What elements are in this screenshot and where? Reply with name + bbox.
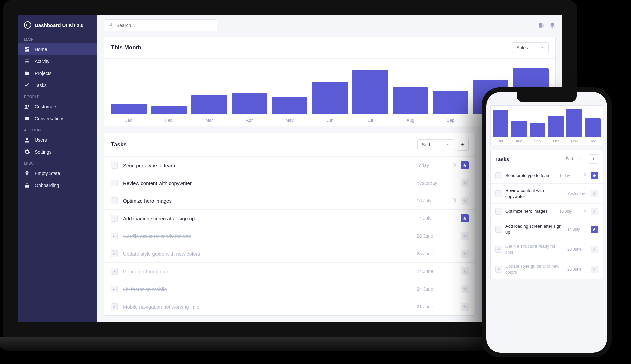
- task-checkbox[interactable]: [111, 286, 118, 292]
- task-row[interactable]: Optimize hero images 16 July: [104, 192, 475, 209]
- sidebar-item-home[interactable]: Home: [18, 43, 97, 55]
- phone-chart-bar[interactable]: [493, 110, 508, 137]
- task-row[interactable]: Send prototype to team Today: [104, 156, 475, 174]
- section-account-label: ACCOUNT: [18, 125, 97, 134]
- phone-content: Jul Aug Sep Oct Nov Dec Tasks Sort +: [486, 92, 607, 283]
- phone-add-task-button[interactable]: +: [589, 154, 598, 164]
- phone-chart-bar[interactable]: [585, 118, 601, 137]
- phone-chart-bar[interactable]: [511, 121, 527, 137]
- chart-bar[interactable]: [272, 97, 307, 114]
- task-checkbox[interactable]: [111, 233, 118, 239]
- task-checkbox[interactable]: [111, 197, 118, 204]
- attachment-icon[interactable]: [452, 198, 457, 204]
- star-button[interactable]: [591, 208, 598, 215]
- chart-bar[interactable]: [312, 82, 348, 114]
- star-button[interactable]: [591, 246, 598, 253]
- star-button[interactable]: [461, 232, 469, 240]
- task-checkbox[interactable]: [111, 268, 118, 275]
- contacts-icon[interactable]: [538, 22, 544, 29]
- sidebar-item-onboarding[interactable]: Onboarding: [18, 179, 97, 191]
- task-row[interactable]: Add loading screen after sign up 14 July: [104, 209, 475, 227]
- phone-task-row[interactable]: Update style guide with new colors 25 Ju…: [491, 259, 603, 279]
- task-checkbox[interactable]: [495, 226, 502, 233]
- phone-task-row[interactable]: Get file structure ready for cms 28 June: [491, 239, 603, 259]
- task-checkbox[interactable]: [495, 246, 502, 253]
- star-button[interactable]: [591, 266, 598, 273]
- sidebar-item-settings[interactable]: Settings: [18, 146, 97, 158]
- task-checkbox[interactable]: [111, 215, 118, 222]
- search-box[interactable]: [104, 19, 217, 31]
- sidebar-item-label: Conversations: [35, 116, 65, 121]
- phone-sort-dropdown[interactable]: Sort: [562, 155, 586, 163]
- task-row[interactable]: Fix footer on mobile 24 June: [104, 280, 475, 298]
- task-checkbox[interactable]: [495, 208, 502, 215]
- star-button[interactable]: [461, 197, 469, 205]
- phone-chart-bar[interactable]: [566, 109, 582, 137]
- chart-bar[interactable]: [232, 93, 267, 114]
- task-row[interactable]: Mobile navigation not working in ie 21 J…: [104, 298, 475, 315]
- chart-bar[interactable]: [191, 95, 227, 114]
- chart-bar[interactable]: [393, 87, 428, 114]
- tasks-sort-dropdown[interactable]: Sort: [417, 139, 454, 150]
- sidebar-item-empty-state[interactable]: Empty State: [18, 167, 97, 179]
- phone-chart-bar[interactable]: [530, 123, 545, 137]
- chart-bar-label: Jun: [327, 118, 334, 123]
- star-button[interactable]: [461, 250, 469, 258]
- star-button[interactable]: [591, 226, 598, 233]
- task-checkbox[interactable]: [495, 190, 502, 197]
- attachment-icon[interactable]: [583, 209, 587, 214]
- task-row[interactable]: Update style guide with new colors 25 Ju…: [104, 245, 475, 262]
- star-button[interactable]: [591, 190, 598, 197]
- task-row[interactable]: Review content with copywriter Yesterday: [104, 174, 475, 192]
- chart-bar[interactable]: [151, 106, 187, 114]
- star-button[interactable]: [461, 285, 469, 293]
- sidebar-item-projects[interactable]: Projects: [18, 67, 97, 79]
- task-checkbox[interactable]: [495, 172, 502, 179]
- star-button[interactable]: [461, 179, 469, 187]
- task-title: Get file structure ready for cms: [505, 243, 564, 255]
- task-actions: [452, 285, 469, 293]
- task-date: 24 June: [417, 286, 447, 292]
- phone-task-row[interactable]: Send prototype to team Today: [491, 168, 603, 183]
- phone-task-row[interactable]: Review content with copywriter Yesterday: [491, 183, 603, 203]
- phone-chart-bar-label: Aug: [516, 139, 522, 143]
- task-checkbox[interactable]: [111, 180, 118, 186]
- phone-tasks-list: Send prototype to team Today Review cont…: [491, 168, 603, 279]
- phone-chart-bar-col: Jul: [493, 110, 508, 143]
- star-button[interactable]: [461, 214, 469, 222]
- star-button[interactable]: [461, 303, 469, 311]
- phone-chart-bar[interactable]: [548, 116, 564, 137]
- sidebar-item-users[interactable]: Users: [18, 134, 97, 146]
- chart-bar[interactable]: [433, 91, 468, 114]
- attachment-icon[interactable]: [452, 163, 457, 168]
- chart-bar[interactable]: [352, 70, 388, 114]
- task-checkbox[interactable]: [111, 162, 118, 169]
- sidebar-item-customers[interactable]: Customers: [18, 101, 97, 113]
- add-task-button[interactable]: +: [457, 139, 469, 151]
- chart-bar-label: Aug: [407, 118, 414, 123]
- sidebar-item-label: Home: [35, 47, 47, 52]
- task-checkbox[interactable]: [111, 303, 118, 310]
- task-row[interactable]: Define grid for editor 24 June: [104, 262, 475, 280]
- sidebar-item-tasks[interactable]: Tasks: [18, 79, 97, 91]
- task-checkbox[interactable]: [111, 250, 118, 257]
- bell-icon[interactable]: [549, 22, 556, 29]
- star-button[interactable]: [461, 267, 469, 275]
- chart-bar-col: Mar: [191, 95, 227, 123]
- attachment-icon[interactable]: [583, 173, 587, 179]
- task-row[interactable]: Get file structure ready for cms 28 June: [104, 227, 475, 245]
- chart-dropdown[interactable]: Sales: [512, 42, 549, 53]
- task-checkbox[interactable]: [495, 266, 502, 273]
- chart-bar[interactable]: [111, 104, 147, 114]
- phone-chart-bar-label: Nov: [571, 139, 578, 143]
- star-button[interactable]: [591, 172, 598, 179]
- phone-task-row[interactable]: Add loading screen after sign up 14 July: [491, 219, 603, 239]
- brand[interactable]: UI Dashboard UI Kit 2.0: [18, 19, 97, 34]
- sidebar-item-conversations[interactable]: Conversations: [18, 113, 97, 125]
- section-people-label: PEOPLE: [18, 91, 97, 101]
- star-button[interactable]: [461, 161, 469, 169]
- search-input[interactable]: [116, 23, 213, 28]
- sidebar-item-activity[interactable]: Activity: [18, 55, 97, 67]
- phone-task-row[interactable]: Optimize hero images 16 July: [491, 203, 603, 219]
- task-date: 25 June: [417, 251, 447, 256]
